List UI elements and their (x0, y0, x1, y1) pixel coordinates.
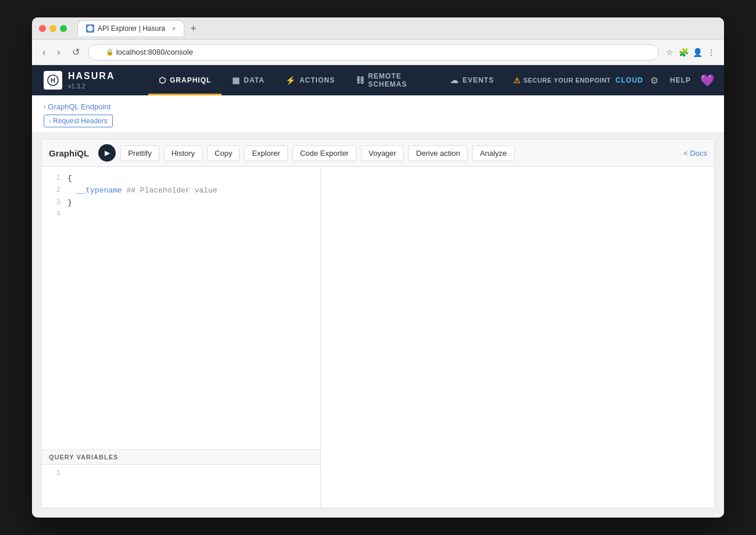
nav-item-data[interactable]: ▦ DATA (222, 65, 275, 95)
line-number: 1 (47, 173, 60, 185)
hasura-header: H HASURA v1.3.2 ⬡ GRAPHIQL ▦ DATA ⚡ ACTI… (32, 65, 724, 95)
derive-action-button[interactable]: Derive action (408, 145, 468, 161)
request-headers-label: Request Headers (53, 117, 107, 125)
browser-tabs: API Explorer | Hasura × + (77, 20, 717, 36)
explorer-button[interactable]: Explorer (244, 145, 287, 161)
query-variables-editor[interactable]: 1 (42, 465, 320, 508)
breadcrumb-area: › GraphQL Endpoint › Request Headers (32, 95, 724, 132)
hasura-version: v1.3.2 (68, 83, 115, 90)
graphiql-nav-label: GRAPHIQL (170, 76, 211, 84)
browser-titlebar: API Explorer | Hasura × + (32, 17, 724, 40)
graphql-endpoint-link[interactable]: › GraphQL Endpoint (44, 102, 712, 111)
extensions-icon[interactable]: 🧩 (677, 47, 689, 58)
hasura-nav: ⬡ GRAPHIQL ▦ DATA ⚡ ACTIONS ⛓ REMOTE SCH… (148, 65, 504, 95)
toolbar-icons: ☆ 🧩 👤 ⋮ (664, 47, 717, 58)
graphiql-nav-icon: ⬡ (159, 76, 166, 85)
profile-icon[interactable]: 👤 (691, 47, 703, 58)
reload-button[interactable]: ↺ (69, 44, 83, 60)
code-editor[interactable]: 1 { 2 __typename ## Placeholder value 3 … (42, 167, 320, 450)
remote-schemas-nav-icon: ⛓ (356, 76, 365, 85)
svg-text:H: H (51, 77, 55, 84)
line-number: 1 (47, 469, 60, 477)
history-button[interactable]: History (164, 145, 202, 161)
result-panel (321, 167, 714, 508)
chevron-right-icon: › (44, 104, 45, 110)
secure-endpoint-button[interactable]: ⚠ SECURE YOUR ENDPOINT (513, 76, 611, 85)
graphql-endpoint-label: GraphQL Endpoint (48, 102, 110, 111)
request-headers-button[interactable]: › Request Headers (44, 115, 113, 127)
docs-button[interactable]: < Docs (683, 149, 707, 158)
query-variables-header: QUERY VARIABLES (42, 450, 320, 465)
code-content: { (67, 173, 72, 185)
query-variables-panel: QUERY VARIABLES 1 (42, 450, 320, 508)
minimize-button[interactable] (49, 25, 56, 32)
data-nav-icon: ▦ (232, 76, 240, 85)
line-number: 3 (47, 197, 60, 209)
tab-favicon (86, 24, 94, 33)
code-line-1: 1 { (42, 173, 320, 185)
code-content: } (67, 197, 72, 209)
main-content: › GraphQL Endpoint › Request Headers Gra… (32, 95, 724, 518)
actions-nav-label: ACTIONS (299, 76, 335, 84)
hasura-logo-area: H HASURA v1.3.2 (32, 65, 148, 95)
hasura-logo-text: HASURA (68, 71, 115, 81)
new-tab-button[interactable]: + (187, 22, 200, 36)
nav-item-events[interactable]: ☁ EVENTS (440, 65, 504, 95)
code-line-2: 2 __typename ## Placeholder value (42, 185, 320, 197)
chevron-right-icon: › (49, 118, 51, 124)
settings-icon[interactable]: ⚙ (648, 73, 661, 88)
tab-close-icon[interactable]: × (172, 25, 176, 32)
close-button[interactable] (39, 25, 46, 32)
graphiql-title: GraphiQL (49, 148, 89, 158)
secure-endpoint-label: SECURE YOUR ENDPOINT (523, 77, 611, 84)
graphiql-container: GraphiQL ▶ Prettify History Copy Explore… (41, 139, 715, 508)
analyze-button[interactable]: Analyze (472, 145, 514, 161)
back-button[interactable]: ‹ (39, 45, 49, 60)
browser-tab-active[interactable]: API Explorer | Hasura × (77, 20, 184, 36)
heart-icon[interactable]: 💜 (700, 73, 715, 87)
prettify-button[interactable]: Prettify (120, 145, 159, 161)
events-nav-label: EVENTS (462, 76, 494, 84)
menu-icon[interactable]: ⋮ (705, 47, 717, 58)
forward-button[interactable]: › (54, 45, 63, 60)
browser-toolbar: ‹ › ↺ 🔒 localhost:8080/console ☆ 🧩 👤 ⋮ (32, 40, 724, 65)
nav-item-remote-schemas[interactable]: ⛓ REMOTE SCHEMAS (345, 65, 440, 95)
code-comment: ## Placeholder value (126, 186, 217, 195)
maximize-button[interactable] (60, 25, 67, 32)
address-bar[interactable]: 🔒 localhost:8080/console (88, 44, 659, 60)
lock-icon: 🔒 (106, 48, 114, 56)
cloud-link[interactable]: CLOUD (615, 76, 643, 84)
actions-nav-icon: ⚡ (286, 76, 296, 85)
copy-button[interactable]: Copy (207, 145, 240, 161)
line-number: 2 (47, 185, 60, 197)
variables-line-1: 1 (47, 469, 316, 477)
hasura-logo-icon: H (44, 71, 62, 90)
svg-point-0 (87, 26, 93, 31)
editor-area: 1 { 2 __typename ## Placeholder value 3 … (42, 167, 714, 508)
code-content: __typename ## Placeholder value (67, 185, 217, 197)
warning-icon: ⚠ (513, 76, 521, 85)
events-nav-icon: ☁ (450, 76, 459, 85)
nav-item-graphiql[interactable]: ⬡ GRAPHIQL (148, 65, 222, 95)
query-panel: 1 { 2 __typename ## Placeholder value 3 … (42, 167, 321, 508)
code-line-3: 3 } (42, 197, 320, 209)
hasura-nav-right: ⚠ SECURE YOUR ENDPOINT CLOUD ⚙ HELP 💜 (504, 65, 724, 95)
typename-keyword: __typename (77, 186, 122, 195)
voyager-button[interactable]: Voyager (361, 145, 404, 161)
star-icon[interactable]: ☆ (664, 47, 675, 58)
code-line-4: 4 (42, 209, 320, 220)
line-number: 4 (47, 209, 60, 220)
browser-window: API Explorer | Hasura × + ‹ › ↺ 🔒 localh… (32, 17, 724, 518)
traffic-lights (39, 25, 67, 32)
remote-schemas-nav-label: REMOTE SCHEMAS (368, 72, 430, 88)
help-button[interactable]: HELP (665, 74, 696, 87)
code-exporter-button[interactable]: Code Exporter (293, 145, 356, 161)
address-text: localhost:8080/console (116, 48, 193, 56)
run-button[interactable]: ▶ (98, 144, 116, 162)
nav-item-actions[interactable]: ⚡ ACTIONS (275, 65, 345, 95)
tab-title: API Explorer | Hasura (98, 24, 165, 33)
graphiql-toolbar: GraphiQL ▶ Prettify History Copy Explore… (42, 140, 714, 167)
data-nav-label: DATA (244, 76, 265, 84)
